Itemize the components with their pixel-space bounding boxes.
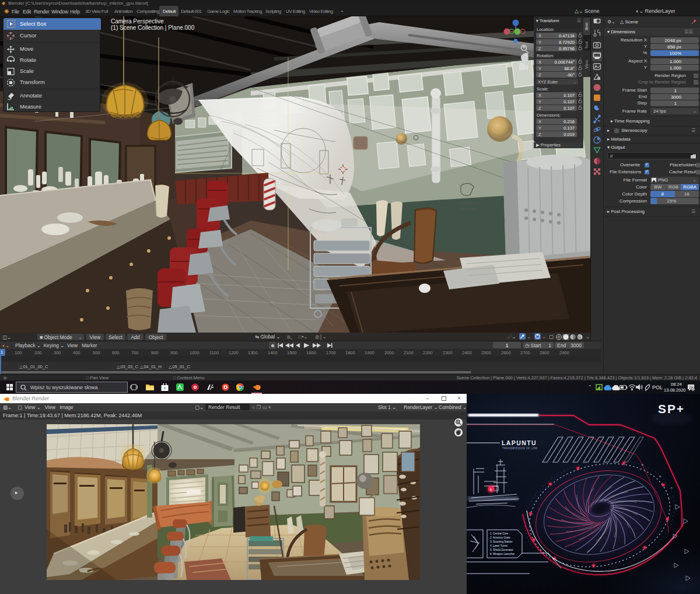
svg-text:6: 6 [490,488,492,491]
svg-text:3. Scouting Station: 3. Scouting Station [490,540,513,543]
svg-text:4. Laser Turret: 4. Laser Turret [490,544,508,547]
svg-text:TRANSMISSION OF LINK: TRANSMISSION OF LINK [502,447,538,450]
svg-text:LAPUNTU: LAPUNTU [502,439,537,446]
svg-text:5. Shield Generator: 5. Shield Generator [490,548,513,551]
svg-text:2. Armoury Crate: 2. Armoury Crate [490,536,510,539]
svg-text:6. Weapon Launcher: 6. Weapon Launcher [490,553,515,555]
svg-text:1. Central Core: 1. Central Core [490,532,509,535]
svg-text:10: 10 [691,388,695,391]
